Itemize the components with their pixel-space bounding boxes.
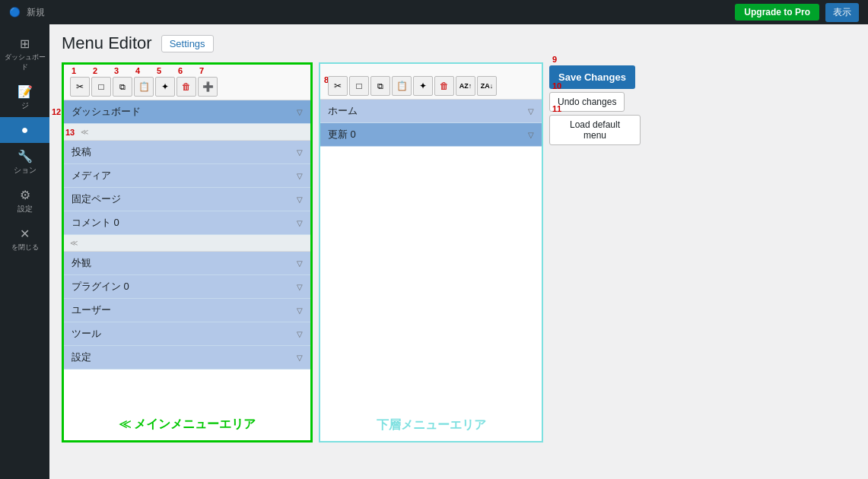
toolbar-duplicate-button[interactable]: ⧉ <box>113 77 132 97</box>
left-toolbar: 1 ✂ 2 □ 3 ⧉ 4 📋 5 ✦ <box>64 65 310 100</box>
close-icon: ✕ <box>20 227 30 241</box>
toolbar-group-3: 3 ⧉ <box>113 77 132 97</box>
home-arrow: ▽ <box>528 107 534 116</box>
save-wrapper: 9 Save Changes <box>549 65 641 89</box>
toolbar-num-2: 2 <box>93 66 97 75</box>
right-toolbar-paste[interactable]: 📋 <box>392 76 412 96</box>
plugins-label: プラグイン 0 <box>72 280 129 293</box>
toolbar-num-5: 5 <box>157 66 161 75</box>
menu-item-comments[interactable]: コメント 0 ▽ <box>64 211 310 235</box>
appearance-arrow: ▽ <box>297 259 303 268</box>
action-buttons: 9 Save Changes 10 Undo changes 11 Load d… <box>549 65 641 145</box>
config-label: 設定 <box>72 351 91 364</box>
separator-1: 13 ≪ <box>64 124 310 141</box>
pages-arrow: ▽ <box>297 195 303 204</box>
posts-arrow: ▽ <box>297 148 303 157</box>
right-area-label: 下層メニューエリア <box>320 417 542 433</box>
comments-label: コメント 0 <box>72 216 119 230</box>
right-toolbar-cut[interactable]: ✂ <box>328 76 348 96</box>
save-num: 9 <box>552 55 557 64</box>
menu-item-appearance[interactable]: 外観 ▽ <box>64 252 310 275</box>
sidebar-item-active[interactable]: ● <box>0 117 49 143</box>
top-bar-right: Upgrade to Pro 表示 <box>735 3 859 22</box>
right-menu-item-home[interactable]: ホーム ▽ <box>320 100 542 123</box>
menu-item-plugins[interactable]: プラグイン 0 ▽ <box>64 275 310 299</box>
comments-arrow: ▽ <box>297 219 303 227</box>
undo-num: 10 <box>552 81 561 90</box>
menu-item-dashboard[interactable]: 12 ダッシュボード ▽ <box>64 100 310 124</box>
menu-item-posts[interactable]: 投稿 ▽ <box>64 141 310 164</box>
wp-logo: 🔵 <box>9 7 21 17</box>
dashboard-icon: ⊞ <box>20 36 30 51</box>
posts-label: 投稿 <box>72 145 91 159</box>
main-content: Menu Editor Settings 1 ✂ 2 □ 3 ⧉ <box>49 24 868 479</box>
right-panel: 8 ✂ □ ⧉ 📋 ✦ 🗑 AZ↑ ZA↓ ホーム ▽ 更新 0 ▽ <box>319 62 543 443</box>
toolbar-num-3: 3 <box>114 66 119 75</box>
right-toolbar-dup[interactable]: ⧉ <box>370 76 390 96</box>
top-bar: 🔵 新規 Upgrade to Pro 表示 <box>0 0 868 24</box>
right-toolbar: 8 ✂ □ ⧉ 📋 ✦ 🗑 AZ↑ ZA↓ <box>320 64 542 100</box>
toolbar-num-1: 1 <box>72 66 76 75</box>
right-toolbar-sort-za[interactable]: ZA↓ <box>477 76 497 96</box>
media-label: メディア <box>72 169 111 182</box>
toolbar-group-7: 7 ➕ <box>198 77 218 97</box>
toolbar-group-4: 4 📋 <box>134 77 154 97</box>
toolbar-move-button[interactable]: ✦ <box>155 77 175 97</box>
toolbar-delete-button[interactable]: 🗑 <box>176 77 196 97</box>
posts-icon: 📝 <box>17 84 33 99</box>
right-toolbar-del[interactable]: 🗑 <box>434 76 454 96</box>
toolbar-paste-button[interactable]: 📋 <box>134 77 154 97</box>
save-button[interactable]: Save Changes <box>549 65 635 89</box>
toolbar-num-7: 7 <box>199 66 204 75</box>
separator-2: ≪ <box>64 235 310 252</box>
sidebar-item-dashboard[interactable]: ⊞ ダッシュボード <box>0 30 49 78</box>
right-toolbar-copy[interactable]: □ <box>349 76 369 96</box>
editor-wrapper: 1 ✂ 2 □ 3 ⧉ 4 📋 5 ✦ <box>62 62 856 443</box>
load-default-button[interactable]: Load default menu <box>549 115 641 145</box>
menu-item-pages[interactable]: 固定ページ ▽ <box>64 188 310 211</box>
sidebar: ⊞ ダッシュボード 📝 ジ ● 🔧 ション ⚙ 設定 ✕ を閉じる <box>0 24 49 479</box>
updates-arrow: ▽ <box>528 131 534 139</box>
new-label: 新規 <box>27 6 45 19</box>
users-arrow: ▽ <box>297 306 303 315</box>
active-icon: ● <box>21 123 29 137</box>
menu-item-tools[interactable]: ツール ▽ <box>64 322 310 346</box>
toolbar-add-button[interactable]: ➕ <box>198 77 218 97</box>
home-label: ホーム <box>328 104 358 118</box>
display-button[interactable]: 表示 <box>825 3 859 22</box>
left-area-label: ≪ メインメニューエリア <box>64 416 310 433</box>
right-toolbar-sort-az[interactable]: AZ↑ <box>456 76 475 96</box>
right-menu-item-updates[interactable]: 更新 0 ▽ <box>320 123 542 147</box>
page-title: Menu Editor <box>62 33 152 53</box>
undo-wrapper: 10 Undo changes <box>549 92 641 112</box>
users-label: ユーザー <box>72 303 111 317</box>
upgrade-button[interactable]: Upgrade to Pro <box>735 4 819 21</box>
dashboard-arrow: ▽ <box>297 108 303 116</box>
media-arrow: ▽ <box>297 172 303 180</box>
toolbar-copy-button[interactable]: □ <box>91 77 111 97</box>
sidebar-item-tools[interactable]: 🔧 ション <box>0 143 49 182</box>
updates-label: 更新 0 <box>328 128 356 141</box>
sidebar-item-settings[interactable]: ⚙ 設定 <box>0 182 49 220</box>
toolbar-group-6: 6 🗑 <box>176 77 196 97</box>
left-area-main-text: メインメニューエリア <box>134 417 256 430</box>
sidebar-label-dashboard: ダッシュボード <box>3 52 46 72</box>
pages-label: 固定ページ <box>72 192 121 206</box>
menu-item-media[interactable]: メディア ▽ <box>64 164 310 188</box>
toolbar-cut-button[interactable]: ✂ <box>70 77 90 97</box>
sidebar-item-close[interactable]: ✕ を閉じる <box>0 220 49 259</box>
right-toolbar-move[interactable]: ✦ <box>413 76 433 96</box>
settings-icon: ⚙ <box>20 188 30 202</box>
toolbar-num-6: 6 <box>178 66 183 75</box>
toolbar-group-5: 5 ✦ <box>155 77 175 97</box>
tools-arrow: ▽ <box>297 330 303 338</box>
sidebar-item-posts[interactable]: 📝 ジ <box>0 78 49 117</box>
toolbar-group-1: 1 ✂ <box>70 77 90 97</box>
config-arrow: ▽ <box>297 354 303 362</box>
plugins-arrow: ▽ <box>297 283 303 291</box>
sidebar-label-close: を閉じる <box>11 243 39 252</box>
settings-tab[interactable]: Settings <box>161 35 214 52</box>
menu-item-users[interactable]: ユーザー ▽ <box>64 299 310 322</box>
tools-menu-label: ツール <box>72 327 101 341</box>
menu-item-config[interactable]: 設定 ▽ <box>64 346 310 370</box>
